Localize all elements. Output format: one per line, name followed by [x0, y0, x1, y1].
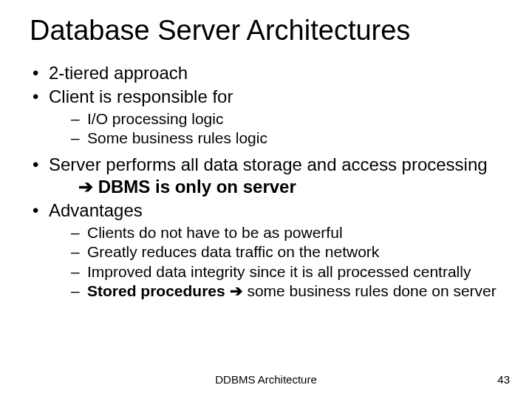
- slide: Database Server Architectures 2-tiered a…: [0, 0, 532, 399]
- bullet-item: Client is responsible for I/O processing…: [30, 86, 502, 149]
- sub-text: some business rules done on server: [247, 282, 496, 299]
- highlight-text: DBMS is only on server: [93, 177, 296, 197]
- sub-item: Improved data integrity since it is all …: [71, 262, 502, 282]
- bullet-item: Advantages Clients do not have to be as …: [30, 200, 502, 301]
- arrow-icon: ➔: [78, 177, 93, 197]
- bullet-text: Client is responsible for: [49, 86, 233, 106]
- sub-list: I/O processing logic Some business rules…: [49, 109, 502, 149]
- highlight-text: Stored procedures: [87, 282, 225, 299]
- sub-item: Greatly reduces data traffic on the netw…: [71, 242, 502, 262]
- bullet-list: 2-tiered approach Client is responsible …: [30, 62, 502, 301]
- footer-center: DDBMS Architecture: [0, 373, 532, 386]
- bullet-item: Server performs all data storage and acc…: [30, 154, 502, 198]
- sub-item: Clients do not have to be as powerful: [71, 223, 502, 242]
- bullet-item: 2-tiered approach: [30, 62, 502, 84]
- page-number: 43: [497, 373, 510, 386]
- sub-item: I/O processing logic: [71, 109, 502, 129]
- slide-title: Database Server Architectures: [30, 15, 502, 47]
- sub-list: Clients do not have to be as powerful Gr…: [49, 223, 502, 301]
- bullet-text: Advantages: [49, 200, 143, 220]
- sub-item: Stored procedures ➔ some business rules …: [71, 282, 502, 301]
- sub-item: Some business rules logic: [71, 129, 502, 148]
- arrow-icon: ➔: [225, 282, 248, 299]
